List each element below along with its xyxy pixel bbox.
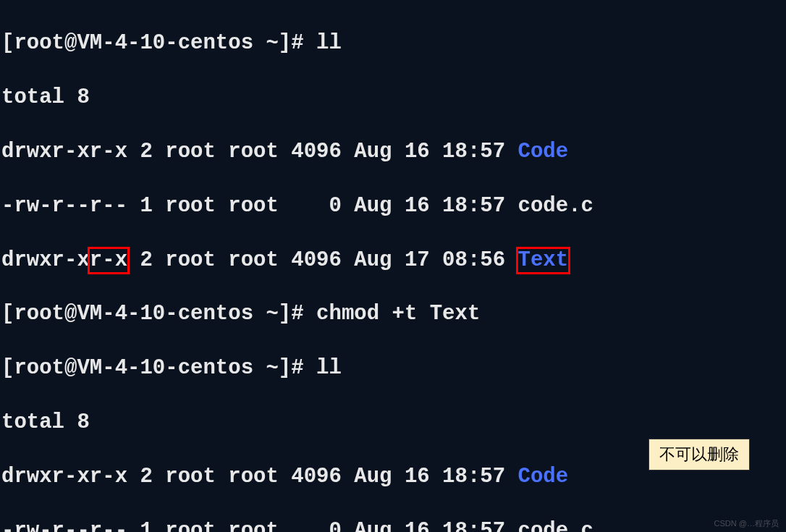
file-perms-prefix: drwxr-x [1,248,90,272]
output-line: total 8 [1,84,785,111]
dir-name: Text [518,248,569,272]
dir-name: Code [518,140,569,164]
file-info: 2 root root 4096 Aug 17 08:56 [127,248,518,272]
prompt: [root@VM-4-10-centos ~]# [1,356,316,380]
highlight-dir: Text [516,247,571,274]
output-line: -rw-r--r-- 1 root root 0 Aug 16 18:57 co… [1,193,785,219]
prompt: [root@VM-4-10-centos ~]# [1,302,316,326]
command: ll [316,31,342,55]
output-line: total 8 [1,409,785,436]
watermark: CSDN @…程序员 [714,518,779,529]
prompt: [root@VM-4-10-centos ~]# [1,31,316,55]
output-line: -rw-r--r-- 1 root root 0 Aug 16 18:57 co… [1,518,785,532]
command: ll [316,356,342,380]
file-perms: drwxr-xr-x 2 root root 4096 Aug 16 18:57 [1,140,518,164]
command: chmod +t Text [316,302,480,326]
dir-name: Code [518,465,569,489]
annotation-tooltip: 不可以删除 [648,439,750,470]
file-perms: drwxr-xr-x 2 root root 4096 Aug 16 18:57 [1,465,518,489]
highlight-perms: r-x [88,247,130,274]
